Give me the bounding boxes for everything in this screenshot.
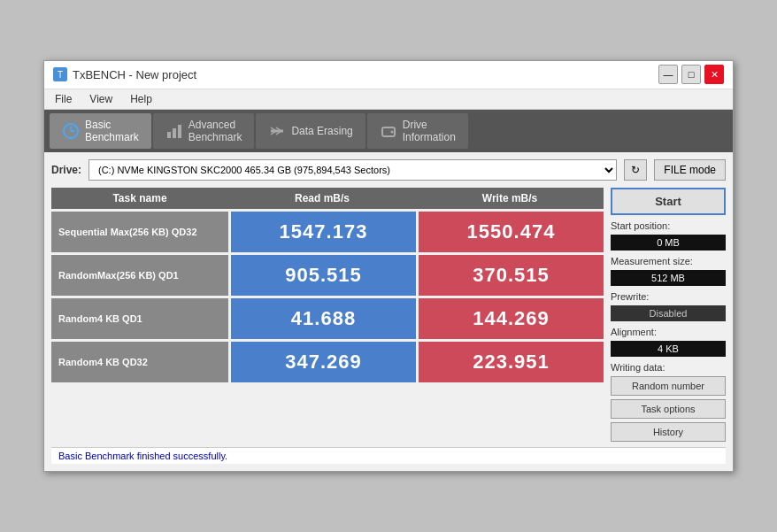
toolbar: Basic Benchmark Advanced Benchmark (44, 110, 733, 153)
close-button[interactable]: ✕ (704, 65, 724, 84)
chart-icon (165, 122, 183, 140)
alignment-label: Alignment: (611, 327, 726, 337)
tab-advanced-label: Advanced Benchmark (188, 119, 242, 144)
measurement-size-label: Measurement size: (611, 256, 726, 266)
main-area: Task name Read mB/s Write mB/s Sequentia… (51, 188, 726, 442)
drive-label: Drive: (51, 164, 81, 176)
tab-basic-label: Basic Benchmark (85, 119, 139, 144)
write-cell-4: 223.951 (419, 342, 604, 382)
read-cell-4: 347.269 (231, 342, 416, 382)
status-bar: Basic Benchmark finished successfully. (51, 447, 726, 464)
start-position-label: Start position: (611, 220, 726, 231)
table-row: Random 4 KB QD1 41.688 144.269 (51, 298, 604, 339)
erasing-icon (268, 122, 286, 140)
history-button[interactable]: History (611, 422, 726, 442)
svg-point-8 (390, 131, 393, 134)
table-header: Task name Read mB/s Write mB/s (51, 188, 604, 209)
drive-row: Drive: (C:) NVMe KINGSTON SKC2000 465.34… (51, 159, 726, 181)
svg-rect-4 (173, 128, 176, 138)
drive-select[interactable]: (C:) NVMe KINGSTON SKC2000 465.34 GB (97… (88, 159, 617, 181)
app-icon: T (53, 67, 67, 81)
svg-rect-5 (178, 125, 181, 138)
start-button[interactable]: Start (611, 188, 726, 215)
menu-view[interactable]: View (86, 91, 116, 107)
writing-data-label: Writing data: (611, 362, 726, 373)
right-panel: Start Start position: 0 MB Measurement s… (611, 188, 726, 442)
minimize-button[interactable]: — (658, 65, 678, 84)
main-window: T TxBENCH - New project — □ ✕ File View … (43, 60, 734, 473)
write-cell-2: 370.515 (419, 255, 604, 296)
table-row: Random Max(256 KB) QD1 905.515 370.515 (51, 255, 604, 296)
svg-rect-3 (167, 132, 171, 138)
task-options-button[interactable]: Task options (611, 399, 726, 419)
tab-erasing-label: Data Erasing (291, 125, 352, 137)
refresh-button[interactable]: ↻ (624, 159, 647, 181)
tab-basic-benchmark[interactable]: Basic Benchmark (50, 113, 151, 150)
write-cell-3: 144.269 (419, 298, 604, 339)
menu-help[interactable]: Help (127, 91, 156, 107)
title-bar-left: T TxBENCH - New project (53, 67, 196, 81)
tab-advanced-benchmark[interactable]: Advanced Benchmark (153, 113, 255, 150)
measurement-size-value: 512 MB (611, 270, 726, 286)
header-write: Write mB/s (416, 188, 604, 209)
prewrite-label: Prewrite: (611, 291, 726, 302)
writing-data-button[interactable]: Random number (611, 376, 726, 396)
row-label-2: Random Max(256 KB) QD1 (51, 255, 228, 296)
read-cell-2: 905.515 (231, 255, 416, 296)
prewrite-value: Disabled (611, 305, 726, 321)
tab-data-erasing[interactable]: Data Erasing (256, 113, 365, 150)
row-label-4: Random 4 KB QD32 (51, 342, 228, 382)
clock-icon (62, 122, 80, 140)
content-area: Drive: (C:) NVMe KINGSTON SKC2000 465.34… (44, 152, 733, 471)
alignment-value: 4 KB (611, 341, 726, 357)
title-bar: T TxBENCH - New project — □ ✕ (44, 61, 733, 89)
row-label-1: Sequential Max(256 KB) QD32 (51, 212, 228, 252)
header-read: Read mB/s (228, 188, 416, 209)
table-row: Random 4 KB QD32 347.269 223.951 (51, 342, 604, 382)
tab-drive-label: Drive Information (403, 119, 456, 144)
tab-drive-info[interactable]: Drive Information (367, 113, 468, 150)
menu-bar: File View Help (44, 89, 733, 110)
write-cell-1: 1550.474 (419, 212, 604, 252)
status-text: Basic Benchmark finished successfully. (58, 451, 227, 461)
row-label-3: Random 4 KB QD1 (51, 298, 228, 339)
window-title: TxBENCH - New project (73, 68, 196, 81)
read-cell-1: 1547.173 (231, 212, 416, 252)
maximize-button[interactable]: □ (681, 65, 701, 84)
drive-icon (380, 122, 397, 140)
benchmark-table: Task name Read mB/s Write mB/s Sequentia… (51, 188, 604, 442)
start-position-value: 0 MB (611, 235, 726, 251)
menu-file[interactable]: File (51, 91, 75, 107)
header-task: Task name (51, 188, 228, 209)
file-mode-button[interactable]: FILE mode (654, 159, 726, 181)
read-cell-3: 41.688 (231, 298, 416, 339)
table-row: Sequential Max(256 KB) QD32 1547.173 155… (51, 212, 604, 252)
title-bar-controls: — □ ✕ (658, 65, 724, 84)
